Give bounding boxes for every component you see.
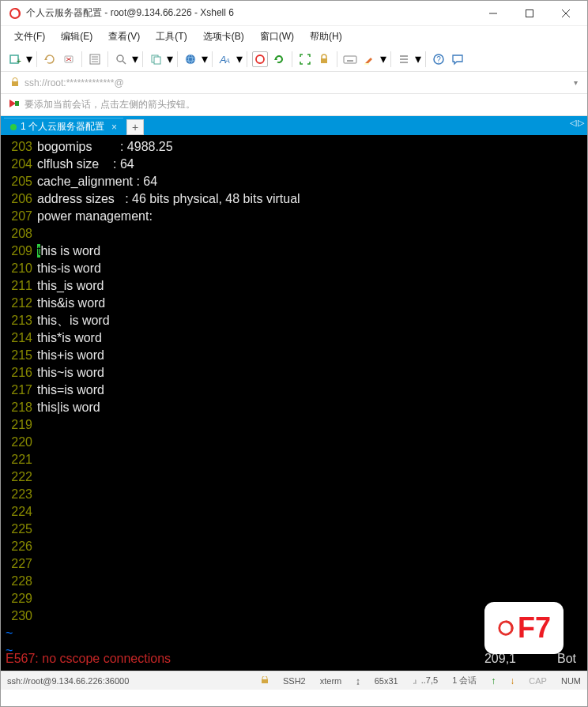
line-number: 206: [6, 190, 37, 208]
vim-message: E567: no cscope connections: [6, 650, 171, 668]
xshell-logo-icon[interactable]: [252, 51, 268, 67]
list-icon[interactable]: [396, 51, 412, 67]
line-number: 227: [6, 555, 37, 573]
separator: [81, 51, 82, 67]
terminal-line: 209this is word: [6, 243, 582, 260]
status-caps: CAP: [529, 676, 547, 686]
line-number: 226: [6, 538, 37, 555]
address-bar: ssh://root:*************@ ▾: [1, 72, 587, 94]
new-tab-button[interactable]: +: [126, 119, 144, 135]
separator: [292, 51, 292, 67]
separator: [36, 51, 37, 67]
terminal-line: 225: [6, 521, 582, 538]
tip-bar: 要添加当前会话，点击左侧的箭头按钮。: [1, 94, 587, 116]
f7-label: F7: [518, 611, 551, 645]
line-number: 210: [6, 260, 37, 277]
svg-point-15: [117, 55, 123, 62]
menu-help[interactable]: 帮助(H): [303, 28, 349, 45]
address-text[interactable]: ssh://root:*************@: [24, 77, 569, 88]
tab-next-icon[interactable]: ▷: [578, 118, 584, 128]
keyboard-icon[interactable]: [342, 51, 358, 67]
fullscreen-icon[interactable]: [297, 51, 313, 67]
separator: [212, 51, 213, 67]
terminal-line: 220: [6, 434, 582, 451]
session-tab[interactable]: 1 个人云服务器配置 ×: [4, 118, 123, 135]
terminal-line: 218this|is word: [6, 399, 582, 416]
svg-rect-18: [154, 57, 160, 64]
disconnect-icon[interactable]: [61, 51, 77, 67]
line-number: 204: [6, 156, 37, 173]
line-text: this~is word: [37, 364, 104, 382]
highlight-icon[interactable]: [361, 51, 377, 67]
menu-view[interactable]: 查看(V): [101, 28, 147, 45]
svg-line-3: [562, 9, 570, 17]
terminal-line: 217this=is word: [6, 382, 582, 399]
arrow-flag-icon[interactable]: [9, 98, 20, 112]
svg-marker-7: [44, 58, 47, 60]
terminal-line: 213this、is word: [6, 312, 582, 329]
svg-rect-27: [344, 56, 356, 63]
menu-tools[interactable]: 工具(T): [149, 28, 194, 45]
address-dropdown-icon[interactable]: ▾: [574, 78, 578, 87]
new-session-icon[interactable]: +: [7, 51, 23, 67]
line-number: 209: [6, 243, 37, 260]
dropdown-arrow-icon[interactable]: ▾: [132, 51, 138, 66]
search-icon[interactable]: [113, 51, 129, 67]
dropdown-arrow-icon[interactable]: ▾: [167, 51, 172, 66]
menu-file[interactable]: 文件(F): [7, 28, 52, 45]
line-number: 223: [6, 486, 37, 503]
line-number: 217: [6, 382, 37, 399]
terminal-line: 206address sizes : 46 bits physical, 48 …: [6, 190, 582, 208]
chat-icon[interactable]: [450, 51, 466, 67]
minimize-button[interactable]: [475, 2, 511, 25]
dropdown-arrow-icon[interactable]: ▾: [415, 51, 420, 66]
tab-prev-icon[interactable]: ◁: [570, 118, 576, 128]
close-button[interactable]: [548, 2, 584, 25]
tab-close-icon[interactable]: ×: [111, 122, 117, 133]
line-number: 213: [6, 312, 37, 329]
menu-edit[interactable]: 编辑(E): [54, 28, 100, 45]
line-number: 207: [6, 208, 37, 225]
status-term: xterm: [320, 676, 342, 686]
terminal-line: 210this-is word: [6, 260, 582, 277]
line-text: bogomips : 4988.25: [37, 138, 173, 156]
lock-icon[interactable]: [316, 51, 332, 67]
svg-rect-2: [526, 9, 533, 17]
dropdown-arrow-icon[interactable]: ▾: [380, 51, 386, 66]
maximize-button[interactable]: [511, 2, 548, 25]
terminal-line: 222: [6, 468, 582, 486]
terminal[interactable]: 203bogomips : 4988.25204clflush size : 6…: [1, 135, 587, 671]
size-icon: ↨: [356, 676, 360, 686]
terminal-line: 226: [6, 538, 582, 555]
line-text: this_is word: [37, 277, 104, 295]
reconnect-icon[interactable]: [42, 51, 58, 67]
line-number: 215: [6, 347, 37, 364]
terminal-line: 207power management:: [6, 208, 582, 225]
terminal-line: 208: [6, 225, 582, 243]
svg-rect-39: [12, 81, 18, 86]
copy-icon[interactable]: [148, 51, 164, 67]
terminal-line: 221: [6, 451, 582, 468]
status-sessions: 1 会话: [452, 675, 477, 686]
terminal-line: 228: [6, 573, 582, 590]
refresh-green-icon[interactable]: [271, 51, 287, 67]
line-number: 208: [6, 225, 37, 243]
properties-icon[interactable]: [87, 51, 103, 67]
font-icon[interactable]: AA: [217, 51, 233, 67]
tab-bar: 1 个人云服务器配置 × + ◁ ▷: [1, 116, 587, 135]
menu-window[interactable]: 窗口(W): [253, 28, 301, 45]
line-text: this*is word: [37, 329, 102, 347]
dropdown-arrow-icon[interactable]: ▾: [26, 51, 32, 66]
dropdown-arrow-icon[interactable]: ▾: [236, 51, 242, 66]
line-text: this+is word: [37, 347, 104, 364]
svg-text:+: +: [17, 57, 21, 66]
separator: [107, 51, 108, 67]
globe-icon[interactable]: [183, 51, 198, 67]
status-connection: ssh://root@9.134.66.226:36000: [7, 676, 129, 686]
menu-options[interactable]: 选项卡(B): [196, 28, 251, 45]
svg-rect-26: [321, 58, 327, 63]
help-icon[interactable]: ?: [431, 51, 447, 67]
svg-text:?: ?: [436, 55, 441, 64]
f7-watermark: F7: [484, 602, 564, 654]
dropdown-arrow-icon[interactable]: ▾: [202, 51, 207, 66]
